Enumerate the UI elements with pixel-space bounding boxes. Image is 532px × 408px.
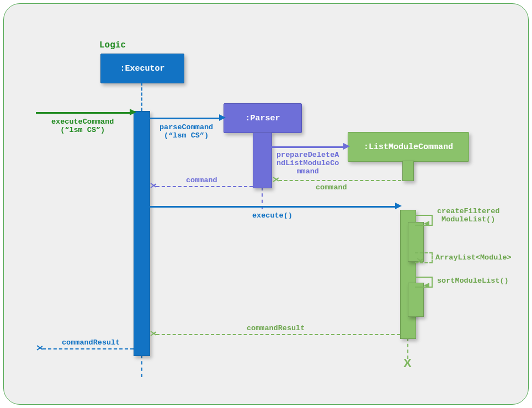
- label-executecommand: executeCommand (“lsm CS”): [51, 118, 114, 134]
- label-prepare: prepareDeleteA ndListModuleCo mmand: [276, 151, 339, 176]
- arrow-in-executecommand: [36, 112, 133, 114]
- frame-title: Logic: [99, 40, 126, 50]
- label-return-command-purple: command: [186, 176, 217, 184]
- arrow-return-command-purple: [156, 186, 253, 187]
- lifeline-executor-top: [141, 82, 142, 111]
- participant-executor: :Executor: [100, 54, 184, 83]
- arrow-out-cmdresult: [42, 348, 134, 349]
- logic-frame: Logic :Executor :Parser :ListModuleComma…: [3, 3, 529, 405]
- label-execute: execute(): [252, 211, 292, 220]
- arrow-return-cmdresult: [156, 334, 400, 335]
- arrow-prepare: [271, 146, 347, 148]
- lifeline-executor-bottom: [141, 355, 142, 377]
- activation-parser: [253, 132, 272, 188]
- label-arraylist: ArrayList<Module>: [435, 253, 512, 262]
- arrowhead-createfiltered: [424, 221, 429, 226]
- label-sort: sortModuleList(): [437, 277, 509, 285]
- destroy-lmc: X: [403, 356, 412, 370]
- activation-executor: [134, 111, 150, 356]
- participant-listmodulecommand: :ListModuleCommand: [348, 132, 469, 162]
- arrowhead-parsecommand: [219, 114, 226, 121]
- arrowhead-execute: [395, 203, 402, 209]
- label-return-cmdresult: commandResult: [247, 324, 305, 332]
- arrow-execute: [149, 206, 398, 208]
- label-parsecommand: parseCommand (“lsm CS”): [159, 123, 213, 140]
- arrowhead-sort: [424, 283, 429, 288]
- arrowhead-prepare: [343, 143, 350, 150]
- label-createfiltered: createFiltered ModuleList(): [437, 207, 499, 224]
- label-return-command-green: command: [316, 183, 347, 192]
- activation-lmc-sort: [408, 283, 424, 317]
- arrowhead-in-executecommand: [130, 109, 136, 115]
- participant-parser: :Parser: [224, 103, 302, 133]
- label-out-cmdresult: commandResult: [62, 338, 120, 347]
- arrow-return-command-green: [279, 180, 401, 181]
- arrow-parsecommand: [149, 118, 222, 119]
- activation-lmc-create: [402, 161, 414, 181]
